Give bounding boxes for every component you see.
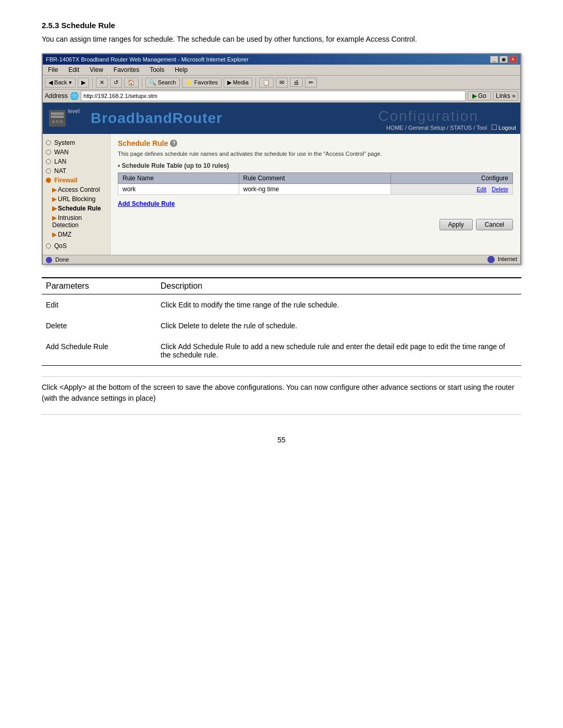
status-icon — [46, 257, 52, 263]
radio-firewall — [46, 178, 51, 183]
stop-button[interactable]: ✕ — [96, 78, 108, 88]
router-device-icon: o n e — [49, 110, 66, 127]
sidebar-item-nat[interactable]: NAT — [46, 166, 107, 176]
radio-qos — [46, 243, 51, 249]
forward-button[interactable]: ▶ — [78, 78, 89, 88]
schedule-rule-table: Rule Name Rule Comment Configure work wo… — [118, 172, 513, 195]
back-button[interactable]: ◀ Back ▾ — [45, 78, 76, 88]
desc-edit: Click Edit to modify the time range of t… — [156, 294, 521, 316]
cancel-button[interactable]: Cancel — [476, 219, 513, 230]
page-description: This page defines schedule rule names an… — [118, 151, 513, 157]
radio-lan — [46, 159, 51, 164]
titlebar-buttons: _ ▣ ✕ — [490, 56, 517, 63]
table-section-title: • Schedule Rule Table (up to 10 rules) — [118, 162, 513, 169]
delete-link[interactable]: Delete — [492, 186, 508, 192]
page-number: 55 — [42, 436, 521, 444]
page-title: Schedule Rule ? — [118, 139, 513, 147]
go-label: Go — [478, 92, 486, 100]
address-input[interactable] — [81, 91, 466, 101]
mail-button[interactable]: ✉ — [276, 78, 288, 88]
sidebar-item-wan[interactable]: WAN — [46, 147, 107, 157]
close-btn[interactable]: ✕ — [509, 56, 517, 63]
sidebar-item-intrusion[interactable]: ▶Intrusion Detection — [46, 213, 107, 230]
help-icon[interactable]: ? — [170, 140, 177, 147]
sidebar-item-qos[interactable]: QoS — [46, 241, 107, 251]
params-row-add: Add Schedule Rule Click Add Schedule Rul… — [42, 336, 521, 366]
radio-nat — [46, 168, 51, 174]
logout-circle-icon — [492, 125, 497, 130]
history-button[interactable]: 📋 — [259, 78, 274, 88]
home-button[interactable]: 🏠 — [124, 78, 139, 88]
param-delete: Delete — [42, 315, 156, 336]
menu-tools[interactable]: Tools — [148, 66, 166, 74]
params-row-edit: Edit Click Edit to modify the time range… — [42, 294, 521, 316]
search-button[interactable]: 🔍 Search — [145, 78, 180, 88]
favorites-button[interactable]: ⭐ Favorites — [182, 78, 222, 88]
arrow-intrusion: ▶ — [52, 214, 57, 221]
col-configure: Configure — [391, 173, 513, 184]
sidebar-item-url-blocking[interactable]: ▶URL Blocking — [46, 194, 107, 204]
toolbar-sep2 — [142, 77, 142, 88]
print-button[interactable]: 🖨 — [290, 78, 303, 87]
add-schedule-link[interactable]: Add Schedule Rule — [118, 200, 175, 207]
menu-file[interactable]: File — [46, 66, 60, 74]
apply-button[interactable]: Apply — [439, 219, 473, 230]
section-description: You can assign time ranges for schedule.… — [42, 34, 521, 45]
radio-wan — [46, 150, 51, 155]
sidebar-item-dmz[interactable]: ▶DMZ — [46, 230, 107, 239]
rule-comment-cell: work-ng time — [239, 184, 391, 195]
address-label: Address — [45, 92, 68, 100]
address-go-btn[interactable]: ▶ Go — [468, 91, 491, 101]
configure-cell: Edit Delete — [391, 184, 513, 195]
address-icon: 🌐 — [70, 92, 79, 100]
media-button[interactable]: ▶ Media — [224, 78, 252, 88]
router-nav-links: HOME / General Setup / STATUS / Tool Log… — [386, 125, 516, 131]
browser-window: FBR-1406TX Broadband Router Web Manageme… — [42, 53, 521, 265]
router-logo-area: o n e level BroadbandRouter — [49, 110, 223, 127]
logout-link[interactable]: Logout — [498, 125, 516, 131]
table-row: work work-ng time Edit Delete — [118, 184, 513, 195]
sidebar-item-schedule-rule[interactable]: ▶Schedule Rule — [46, 204, 107, 213]
router-config-text: Configuration — [378, 108, 479, 125]
main-content: Schedule Rule ? This page defines schedu… — [111, 134, 520, 255]
desc-add: Click Add Schedule Rule to add a new sch… — [156, 336, 521, 366]
menu-favorites[interactable]: Favorites — [112, 66, 141, 74]
action-row: Apply Cancel — [118, 216, 513, 233]
toolbar-sep1 — [92, 77, 93, 88]
param-add: Add Schedule Rule — [42, 336, 156, 366]
minimize-btn[interactable]: _ — [490, 56, 498, 63]
browser-menubar: File Edit View Favorites Tools Help — [43, 65, 520, 76]
col-rule-comment: Rule Comment — [239, 173, 391, 184]
router-header: o n e level BroadbandRouter Configuratio… — [43, 103, 520, 134]
sidebar-item-lan[interactable]: LAN — [46, 157, 107, 166]
sidebar-item-firewall[interactable]: Firewall — [46, 176, 107, 185]
refresh-button[interactable]: ↺ — [110, 78, 122, 88]
params-table: Parameters Description Edit Click Edit t… — [42, 277, 521, 366]
router-page: o n e level BroadbandRouter Configuratio… — [43, 103, 520, 264]
radio-system — [46, 140, 51, 145]
menu-view[interactable]: View — [88, 66, 105, 74]
browser-titlebar: FBR-1406TX Broadband Router Web Manageme… — [43, 54, 520, 65]
internet-icon — [487, 256, 495, 263]
col-rule-name: Rule Name — [118, 173, 239, 184]
menu-help[interactable]: Help — [173, 66, 190, 74]
desc-col-header: Description — [156, 278, 521, 294]
icon-bar1 — [51, 113, 64, 115]
rule-name-cell: work — [118, 184, 239, 195]
edit-button[interactable]: ✏ — [305, 78, 317, 88]
edit-link[interactable]: Edit — [476, 186, 486, 192]
links-btn[interactable]: Links » — [493, 91, 518, 101]
toolbar-sep3 — [255, 77, 256, 88]
menu-edit[interactable]: Edit — [66, 66, 81, 74]
restore-btn[interactable]: ▣ — [499, 56, 508, 63]
router-body: System WAN LAN NAT Firewall — [43, 134, 520, 255]
sidebar-item-system[interactable]: System — [46, 138, 107, 147]
param-edit: Edit — [42, 294, 156, 316]
desc-delete: Click Delete to delete the rule of sched… — [156, 315, 521, 336]
browser-title: FBR-1406TX Broadband Router Web Manageme… — [46, 56, 249, 63]
sidebar: System WAN LAN NAT Firewall — [43, 134, 111, 255]
arrow-schedule-rule: ▶ — [52, 205, 57, 212]
arrow-url-blocking: ▶ — [52, 195, 57, 203]
sidebar-item-access-control[interactable]: ▶Access Control — [46, 185, 107, 194]
browser-statusbar: Done Internet — [43, 255, 520, 264]
